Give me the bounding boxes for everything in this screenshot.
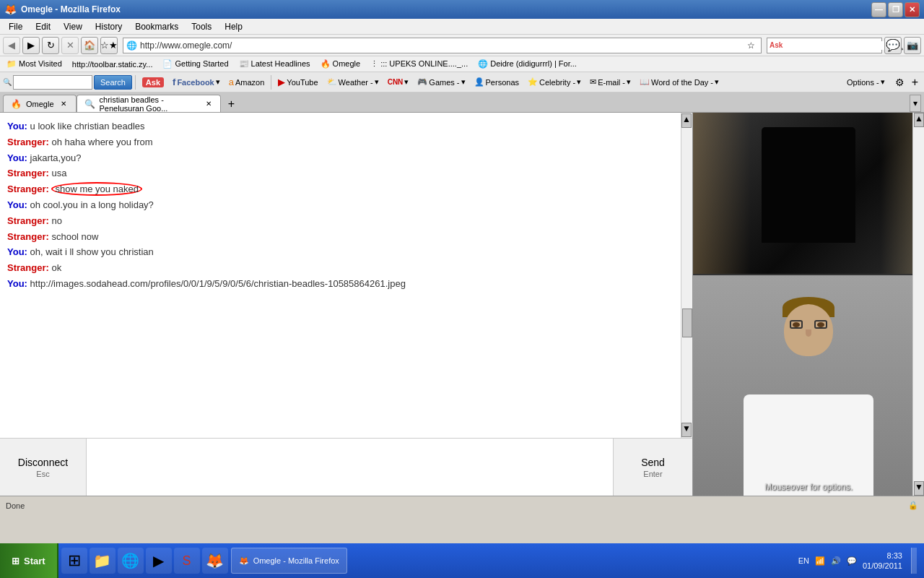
- refresh-button[interactable]: ↻: [42, 37, 59, 54]
- toolbar-email-item[interactable]: ✉ E-mail - ▾: [586, 76, 635, 88]
- tab-omegle-close[interactable]: ✕: [58, 99, 69, 109]
- bookmark-upeks[interactable]: ⋮ ::: UPEKS ONLINE...._...: [367, 59, 471, 69]
- toolbar-weather-item[interactable]: ⛅ Weather - ▾: [323, 76, 383, 88]
- bookmark-toolbar[interactable]: http://toolbar.static.zy...: [69, 59, 157, 69]
- status-bar: Done 🔒: [0, 496, 924, 514]
- email-dropdown-icon: ▾: [627, 77, 631, 87]
- weather-dropdown-icon: ▾: [375, 77, 379, 87]
- video-area: Mouseover for options. ▲ ▼: [693, 113, 924, 496]
- taskbar-app-firefox[interactable]: 🦊: [202, 548, 228, 574]
- msg-3-label: You:: [7, 152, 27, 163]
- tray-notification-icon[interactable]: 💬: [847, 556, 857, 566]
- toolbar-personas-item[interactable]: 👤 Personas: [471, 76, 523, 88]
- msg-4-text: usa: [51, 168, 66, 178]
- menu-tools[interactable]: Tools: [186, 20, 217, 33]
- msg-9-label: You:: [7, 246, 27, 257]
- chat-text-input[interactable]: [87, 439, 613, 496]
- disconnect-button[interactable]: Disconnect Esc: [0, 439, 87, 496]
- title-bar: 🦊 Omegle - Mozilla Firefox — ❐ ✕: [0, 0, 924, 19]
- bookmark-omegle[interactable]: 🔥 Omegle: [317, 59, 365, 69]
- toolbar-celebrity-item[interactable]: ⭐ Celebrity - ▾: [524, 76, 585, 88]
- tab-scroll-button[interactable]: ▾: [910, 95, 921, 112]
- tab-omegle-label: Omegle: [26, 100, 54, 108]
- tab-search-close[interactable]: ✕: [205, 99, 213, 109]
- camera-button[interactable]: 📷: [904, 37, 921, 54]
- message-1: You: u look like christian beadles: [7, 119, 685, 134]
- address-bar[interactable]: 🌐 http://www.omegle.com/ ☆: [123, 38, 762, 53]
- minimize-button[interactable]: —: [871, 2, 886, 17]
- toolbar-amazon-item[interactable]: a Amazon: [225, 75, 269, 89]
- options-label: Options -: [847, 78, 879, 87]
- chat-scrollbar[interactable]: ▲ ▼: [681, 113, 692, 438]
- send-button[interactable]: Send Enter: [613, 439, 692, 496]
- video-scroll-down[interactable]: ▼: [914, 481, 924, 496]
- separator-2: [271, 75, 271, 90]
- toolbar-cnn-item[interactable]: CNN ▾: [384, 76, 413, 88]
- scrollbar-thumb[interactable]: [682, 309, 692, 337]
- close-button[interactable]: ✕: [905, 2, 920, 17]
- menu-view[interactable]: View: [58, 20, 88, 33]
- celebrity-icon: ⭐: [528, 77, 538, 87]
- toolbar-resize-handle[interactable]: ⚙: [892, 77, 907, 88]
- skype-button[interactable]: 💬: [884, 37, 902, 54]
- tab-search-icon: 🔍: [84, 99, 95, 109]
- bookmark-most-visited[interactable]: 📁 Most Visited: [3, 59, 66, 69]
- video-scroll-up[interactable]: ▲: [914, 113, 924, 127]
- tray-network-icon[interactable]: 📶: [815, 556, 825, 566]
- toolbar-ask-item[interactable]: Ask: [139, 76, 167, 89]
- facebook-label: Facebook: [177, 78, 214, 87]
- home-button[interactable]: 🏠: [81, 37, 98, 54]
- toolbar-youtube-item[interactable]: ▶ YouTube: [274, 75, 321, 89]
- taskbar-window-omegle[interactable]: 🦊 Omegle - Mozilla Firefox: [231, 548, 347, 574]
- bookmark-latest-headlines[interactable]: 📰 Latest Headlines: [235, 59, 314, 69]
- start-button[interactable]: ⊞ Start: [0, 543, 58, 578]
- toolbar-options-item[interactable]: Options - ▾: [841, 76, 891, 88]
- msg-11-label: You:: [7, 278, 27, 289]
- toolbar-expand-button[interactable]: +: [909, 76, 921, 89]
- forward-button[interactable]: ▶: [22, 37, 40, 54]
- taskbar-window-icon: 🦊: [239, 556, 249, 566]
- browser-search-box[interactable]: Ask 🔍: [767, 38, 882, 53]
- show-desktop-icon[interactable]: [911, 548, 917, 574]
- amazon-icon: a: [229, 77, 234, 87]
- celebrity-dropdown-icon: ▾: [577, 77, 581, 87]
- menu-bar: File Edit View History Bookmarks Tools H…: [0, 19, 924, 35]
- menu-file[interactable]: File: [3, 20, 28, 33]
- bookmark-star-button[interactable]: ☆★: [100, 37, 118, 54]
- new-tab-button[interactable]: +: [224, 96, 240, 112]
- toolbar-search-input[interactable]: christian beadles: [13, 75, 92, 90]
- taskbar-app-explorer[interactable]: 📁: [90, 548, 116, 574]
- status-right: 🔒: [908, 501, 918, 510]
- msg-8-text: school now: [51, 231, 98, 242]
- bookmarks-bar: 📁 Most Visited http://toolbar.static.zy.…: [0, 56, 924, 72]
- menu-history[interactable]: History: [90, 20, 128, 33]
- bookmark-getting-started[interactable]: 📄 Getting Started: [159, 59, 232, 69]
- taskbar-app-smartdraw[interactable]: S: [174, 548, 200, 574]
- restore-button[interactable]: ❐: [888, 2, 903, 17]
- video-scrollbar[interactable]: ▲ ▼: [912, 113, 924, 496]
- browser-search-input[interactable]: [785, 41, 890, 50]
- tab-search[interactable]: 🔍 christian beadles - Penelusuran Goo...…: [77, 95, 221, 112]
- bookmark-deidre[interactable]: 🌐 Deidre (didigurrrl) | For...: [474, 59, 580, 69]
- toolbar-wotd-item[interactable]: 📖 Word of the Day - ▾: [636, 76, 723, 88]
- menu-edit[interactable]: Edit: [30, 20, 56, 33]
- tab-omegle[interactable]: 🔥 Omegle ✕: [3, 95, 77, 112]
- menu-bookmarks[interactable]: Bookmarks: [129, 20, 184, 33]
- back-button[interactable]: ◀: [3, 37, 20, 54]
- toolbar-search-button[interactable]: Search: [94, 75, 132, 90]
- msg-6-label: You:: [7, 199, 27, 210]
- taskbar-app-windows[interactable]: ⊞: [61, 548, 87, 574]
- taskbar-app-ie[interactable]: 🌐: [118, 548, 144, 574]
- taskbar-app-media[interactable]: ▶: [146, 548, 172, 574]
- scrollbar-down-arrow[interactable]: ▼: [681, 423, 692, 437]
- message-6: You: oh cool.you in a long holiday?: [7, 198, 685, 213]
- ask-icon: Ask: [142, 77, 164, 87]
- tray-volume-icon[interactable]: 🔊: [831, 556, 841, 566]
- scrollbar-up-arrow[interactable]: ▲: [681, 113, 692, 128]
- toolbar-games-item[interactable]: 🎮 Games - ▾: [414, 76, 468, 88]
- video-self-bottom: Mouseover for options.: [693, 275, 924, 496]
- menu-help[interactable]: Help: [219, 20, 248, 33]
- toolbar-facebook-item[interactable]: f Facebook ▾: [169, 75, 224, 89]
- stop-button[interactable]: ✕: [61, 37, 79, 54]
- bookmark-button[interactable]: ☆: [744, 40, 758, 51]
